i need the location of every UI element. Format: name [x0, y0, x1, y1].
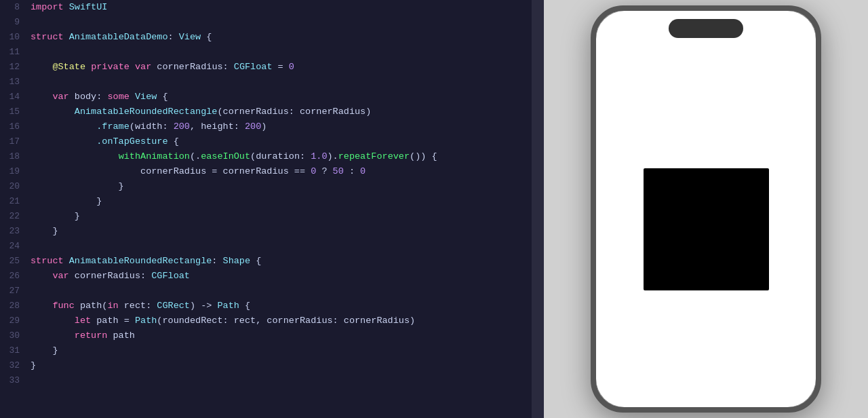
code-editor[interactable]: 8 import SwiftUI 9 10 struct AnimatableD… [0, 0, 540, 418]
table-row: 28 func path(in rect: CGRect) -> Path { [0, 299, 540, 314]
table-row: 9 [0, 15, 540, 30]
code-lines: 8 import SwiftUI 9 10 struct AnimatableD… [0, 0, 540, 388]
iphone-mockup [591, 5, 821, 413]
preview-panel [544, 0, 868, 418]
demo-rectangle [644, 168, 769, 290]
table-row: 22 } [0, 209, 540, 224]
table-row: 14 var body: some View { [0, 90, 540, 104]
table-row: 31 } [0, 343, 540, 358]
table-row: 32 } [0, 358, 540, 373]
iphone-notch [669, 19, 743, 38]
table-row: 27 [0, 284, 540, 299]
table-row: 29 let path = Path(roundedRect: rect, co… [0, 314, 540, 328]
table-row: 20 } [0, 179, 540, 194]
table-row: 33 [0, 373, 540, 388]
table-row: 11 [0, 45, 540, 60]
iphone-screen [596, 11, 816, 407]
scrollbar[interactable] [532, 0, 540, 418]
table-row: 10 struct AnimatableDataDemo: View { [0, 30, 540, 45]
table-row: 19 cornerRadius = cornerRadius == 0 ? 50… [0, 164, 540, 179]
table-row: 13 [0, 75, 540, 90]
table-row: 30 return path [0, 328, 540, 343]
table-row: 16 .frame(width: 200, height: 200) [0, 119, 540, 134]
table-row: 23 } [0, 224, 540, 239]
table-row: 12 @State private var cornerRadius: CGFl… [0, 60, 540, 75]
table-row: 15 AnimatableRoundedRectangle(cornerRadi… [0, 104, 540, 119]
table-row: 17 .onTapGesture { [0, 134, 540, 149]
table-row: 24 [0, 239, 540, 254]
table-row: 25 struct AnimatableRoundedRectangle: Sh… [0, 254, 540, 269]
table-row: 8 import SwiftUI [0, 0, 540, 15]
table-row: 18 withAnimation(.easeInOut(duration: 1.… [0, 149, 540, 164]
table-row: 26 var cornerRadius: CGFloat [0, 269, 540, 284]
table-row: 21 } [0, 194, 540, 209]
